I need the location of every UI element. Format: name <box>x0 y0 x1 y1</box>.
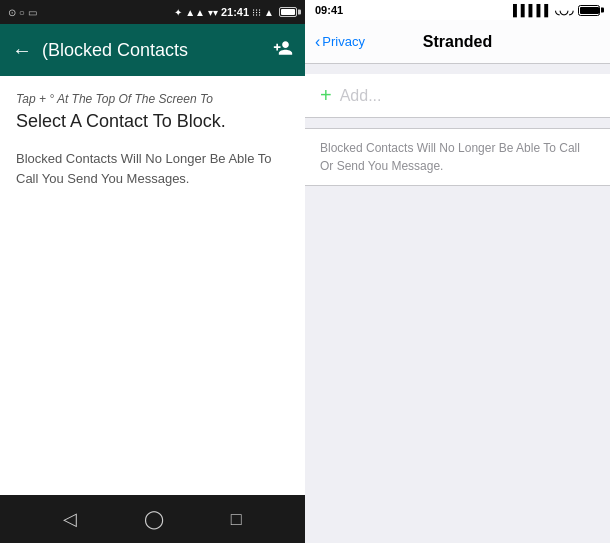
more-icon: ⁝⁝⁝ <box>252 7 261 18</box>
ios-info-text: Blocked Contacts Will No Longer Be Able … <box>320 139 595 175</box>
nav-recents-icon[interactable]: □ <box>231 509 242 530</box>
ios-info-box: Blocked Contacts Will No Longer Be Able … <box>305 128 610 186</box>
android-status-bar: ⊙ ○ ▭ ✦ ▲▲ ▾▾ 21:41 ⁝⁝⁝ ▲ <box>0 0 305 24</box>
ios-content: + Add... Blocked Contacts Will No Longer… <box>305 64 610 543</box>
ios-add-placeholder: Add... <box>340 87 382 105</box>
ios-nav-title: Stranded <box>423 33 492 51</box>
add-contact-button[interactable] <box>273 38 293 63</box>
android-content: Tap + ° At The Top Of The Screen To Sele… <box>0 76 305 495</box>
ios-chevron-icon: ‹ <box>315 33 320 51</box>
ios-nav-bar: ‹ Privacy Stranded <box>305 20 610 64</box>
ios-signal-icon: ▌▌▌▌▌ <box>513 4 552 16</box>
signal-icon: ▲▲ <box>185 7 205 18</box>
ios-battery-icon <box>578 5 600 16</box>
bluetooth-icon: ✦ <box>174 7 182 18</box>
instruction-small: Tap + ° At The Top Of The Screen To <box>16 92 289 106</box>
ios-status-icons: ▌▌▌▌▌ ◟◡◞ <box>513 4 600 17</box>
instruction-description: Blocked Contacts Will No Longer Be Able … <box>16 149 289 188</box>
instruction-large: Select A Contact To Block. <box>16 110 289 133</box>
toolbar-title: (Blocked Contacts <box>42 40 263 61</box>
android-notification-icons: ⊙ ○ ▭ <box>8 7 37 18</box>
battery-icon <box>279 7 297 17</box>
android-wifi-icon: ▲ <box>264 7 274 18</box>
ios-back-button[interactable]: ‹ Privacy <box>305 33 375 51</box>
android-toolbar: ← (Blocked Contacts <box>0 24 305 76</box>
wifi-icon: ▾▾ <box>208 7 218 18</box>
android-status-right: ✦ ▲▲ ▾▾ 21:41 ⁝⁝⁝ ▲ <box>174 6 297 18</box>
ios-status-bar: 09:41 ▌▌▌▌▌ ◟◡◞ <box>305 0 610 20</box>
time-display: 21:41 <box>221 6 249 18</box>
ios-time: 09:41 <box>315 4 343 16</box>
ios-add-icon: + <box>320 84 332 107</box>
ios-wifi-icon: ◟◡◞ <box>555 4 573 17</box>
ios-add-row[interactable]: + Add... <box>305 74 610 118</box>
android-panel: ⊙ ○ ▭ ✦ ▲▲ ▾▾ 21:41 ⁝⁝⁝ ▲ ← (Blocked Con… <box>0 0 305 543</box>
nav-back-icon[interactable]: ◁ <box>63 508 77 530</box>
nav-home-icon[interactable]: ◯ <box>144 508 164 530</box>
ios-back-label: Privacy <box>322 34 365 49</box>
android-status-left: ⊙ ○ ▭ <box>8 7 37 18</box>
ios-panel: 09:41 ▌▌▌▌▌ ◟◡◞ ‹ Privacy Stranded + Add… <box>305 0 610 543</box>
back-button[interactable]: ← <box>12 39 32 62</box>
android-nav-bar: ◁ ◯ □ <box>0 495 305 543</box>
